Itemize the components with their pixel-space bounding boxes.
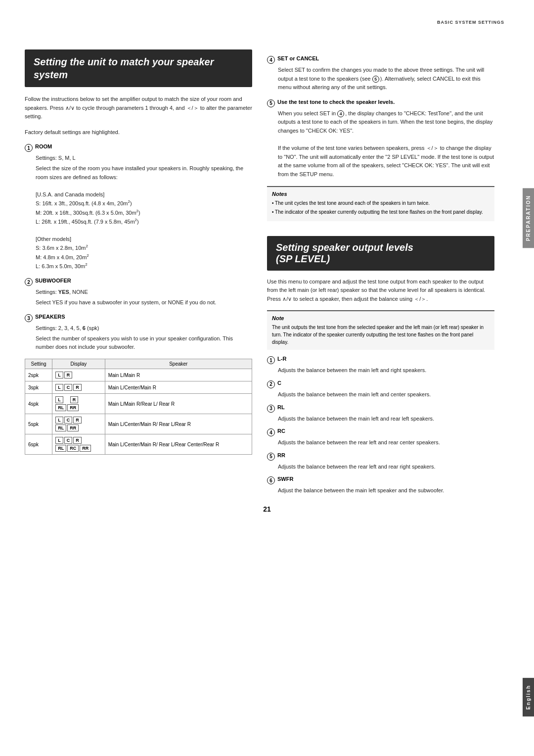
sp-step5-label: 5 RR bbox=[267, 452, 494, 461]
cell-speaker: Main L/Main R/Rear L/ Rear R bbox=[105, 394, 252, 414]
cell-display: L C R bbox=[52, 381, 105, 394]
section1-intro-2: Factory default settings are highlighted… bbox=[25, 128, 252, 137]
sp-step1-circle: 1 bbox=[267, 356, 275, 364]
step1-heading: ROOM bbox=[35, 143, 52, 149]
step4-label: 4 SET or CANCEL bbox=[267, 55, 494, 64]
step5-container: 5 Use the test tone to check the speaker… bbox=[267, 99, 494, 179]
sp-step4-desc: Adjusts the balance between the rear lef… bbox=[278, 438, 494, 447]
cell-speaker: Main L/Center/Main R bbox=[105, 381, 252, 394]
section2-title-box: Setting speaker output levels(SP LEVEL) bbox=[267, 236, 494, 271]
notes-title: Notes bbox=[272, 191, 490, 197]
step1-circle: 1 bbox=[25, 144, 33, 152]
sp-step4-content: Adjusts the balance between the rear lef… bbox=[278, 438, 494, 447]
sp-step6-desc: Adjust the balance between the main left… bbox=[278, 486, 494, 495]
step1-detail-3: L: 26ft. x 19ft., 450sq.ft. (7.9 x 5.8m,… bbox=[36, 217, 252, 226]
cell-speaker: Main L/Center/Main R/ Rear L/Rear Center… bbox=[105, 434, 252, 455]
cell-setting: 2spk bbox=[25, 369, 52, 381]
section2-note-text: The unit outputs the test tone from the … bbox=[272, 324, 490, 346]
notes-item-1: The unit cycles the test tone around eac… bbox=[272, 199, 490, 207]
step3-desc: Select the number of speakers you wish t… bbox=[36, 334, 252, 352]
sp-step3-heading: RL bbox=[277, 404, 285, 410]
step1-label: 1 ROOM bbox=[25, 143, 252, 152]
step5-content: When you select SET in 4, the display ch… bbox=[278, 109, 494, 179]
cell-display: L C R RL RC RR bbox=[52, 434, 105, 455]
step1-l: L: 6.3m x 5.0m, 30m2 bbox=[36, 262, 252, 271]
step1-settings: Settings: S, M, L bbox=[36, 154, 252, 163]
sp-step6-content: Adjust the balance between the main left… bbox=[278, 486, 494, 495]
header-bar: BASIC SYSTEM SETTINGS bbox=[437, 20, 504, 25]
sp-step6-circle: 6 bbox=[267, 476, 275, 484]
step5-desc1: When you select SET in 4, the display ch… bbox=[278, 109, 494, 136]
step4-heading: SET or CANCEL bbox=[277, 55, 319, 61]
step2-content: Settings: YES, NONE Select YES if you ha… bbox=[36, 288, 252, 307]
sp-step1-desc: Adjusts the balance between the main lef… bbox=[278, 366, 494, 375]
section2-intro: Use this menu to compare and adjust the … bbox=[267, 278, 494, 304]
step5-desc2: If the volume of the test tone varies be… bbox=[278, 144, 494, 179]
table-row: 3spk L C R Main L/Center/Main R bbox=[25, 381, 252, 394]
step1-detail-0: [U.S.A. and Canada models] bbox=[36, 190, 252, 199]
cell-setting: 3spk bbox=[25, 381, 52, 394]
section2-note-title: Note bbox=[272, 315, 490, 321]
sp-step4-heading: RC bbox=[277, 428, 285, 434]
sp-step5-desc: Adjusts the balance between the rear lef… bbox=[278, 463, 494, 472]
sp-step1-heading: L-R bbox=[277, 356, 286, 362]
section2-title: Setting speaker output levels(SP LEVEL) bbox=[276, 242, 486, 265]
step5-circle: 5 bbox=[267, 99, 275, 107]
table-row: 4spk L R RL RR bbox=[25, 394, 252, 414]
step1-desc: Select the size of the room you have ins… bbox=[36, 164, 252, 182]
notes-box: Notes The unit cycles the test tone arou… bbox=[267, 186, 494, 221]
cell-setting: 6spk bbox=[25, 434, 52, 455]
sp-step4-circle: 4 bbox=[267, 428, 275, 436]
sp-step3-label: 3 RL bbox=[267, 404, 494, 413]
cell-display: L R bbox=[52, 369, 105, 381]
step2-settings: Settings: YES, NONE bbox=[36, 288, 252, 297]
step1-s: S: 3.6m x 2.8m, 10m2 bbox=[36, 243, 252, 252]
step3-label: 3 SPEAKERS bbox=[25, 314, 252, 322]
step2-label: 2 SUBWOOFER bbox=[25, 278, 252, 286]
step3-heading: SPEAKERS bbox=[35, 314, 65, 320]
cell-setting: 4spk bbox=[25, 394, 52, 414]
sp-step5-circle: 5 bbox=[267, 453, 275, 461]
sp-step5-heading: RR bbox=[277, 452, 285, 458]
step3-circle: 3 bbox=[25, 314, 33, 322]
header-label: BASIC SYSTEM SETTINGS bbox=[437, 20, 504, 25]
sp-step1-label: 1 L-R bbox=[267, 356, 494, 364]
step4-content: Select SET to confirm the changes you ma… bbox=[278, 66, 494, 92]
step5-heading: Use the test tone to check the speaker l… bbox=[277, 99, 395, 105]
sp-step3-content: Adjusts the balance between the main lef… bbox=[278, 415, 494, 424]
step2-heading: SUBWOOFER bbox=[35, 278, 71, 284]
left-column: Setting the unit to match your speaker s… bbox=[25, 49, 252, 495]
step4-circle: 4 bbox=[267, 56, 275, 64]
sp-step6-label: 6 SWFR bbox=[267, 476, 494, 484]
step4-container: 4 SET or CANCEL Select SET to confirm th… bbox=[267, 55, 494, 92]
table-row: 6spk L C R RL RC bbox=[25, 434, 252, 455]
step4-desc: Select SET to confirm the changes you ma… bbox=[278, 66, 494, 92]
page: BASIC SYSTEM SETTINGS PREPARATION Englis… bbox=[0, 0, 534, 756]
sp-step2-heading: C bbox=[277, 380, 281, 386]
right-column: 4 SET or CANCEL Select SET to confirm th… bbox=[267, 49, 494, 495]
section1-title: Setting the unit to match your speaker s… bbox=[34, 55, 243, 81]
sp-step2-content: Adjusts the balance between the main lef… bbox=[278, 390, 494, 399]
table-row: 5spk L C R RL RR bbox=[25, 414, 252, 434]
step2-circle: 2 bbox=[25, 278, 33, 286]
step2-desc: Select YES if you have a subwoofer in yo… bbox=[36, 298, 252, 307]
notes-item-2: The indicator of the speaker currently o… bbox=[272, 208, 490, 216]
sp-step5-content: Adjusts the balance between the rear lef… bbox=[278, 463, 494, 472]
sp-step2-circle: 2 bbox=[267, 380, 275, 388]
step1-m: M: 4.8m x 4.0m, 20m2 bbox=[36, 253, 252, 262]
step1-detail-2: M: 20ft. x 16ft., 300sq.ft. (6.3 x 5.0m,… bbox=[36, 208, 252, 217]
sp-step4-label: 4 RC bbox=[267, 428, 494, 436]
step5-label: 5 Use the test tone to check the speaker… bbox=[267, 99, 494, 107]
page-number: 21 bbox=[0, 505, 534, 513]
section2-note-box: Note The unit outputs the test tone from… bbox=[267, 310, 494, 350]
section1-title-box: Setting the unit to match your speaker s… bbox=[25, 49, 252, 87]
speaker-config-table: Setting Display Speaker 2spk L R bbox=[25, 359, 252, 455]
sp-step3-circle: 3 bbox=[267, 405, 275, 413]
table-row: 2spk L R Main L/Main R bbox=[25, 369, 252, 381]
step3-content: Settings: 2, 3, 4, 5, 6 (spk) Select the… bbox=[36, 324, 252, 352]
step1-other: [Other models] bbox=[36, 235, 252, 244]
cell-setting: 5spk bbox=[25, 414, 52, 434]
step1-content: Settings: S, M, L Select the size of the… bbox=[36, 154, 252, 271]
sp-step1-content: Adjusts the balance between the main lef… bbox=[278, 366, 494, 375]
col-display: Display bbox=[52, 359, 105, 369]
